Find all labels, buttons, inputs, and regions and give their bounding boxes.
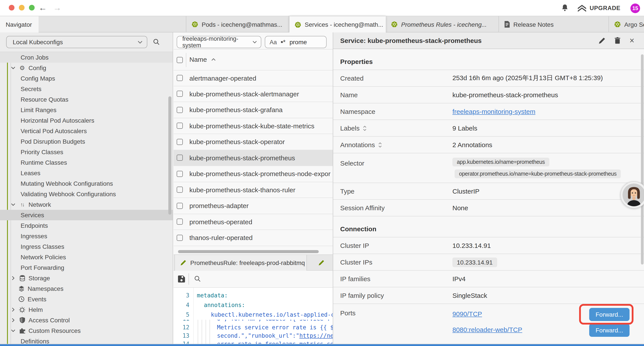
table-row[interactable]: prometheus-operated	[174, 214, 333, 230]
sidebar-item-mutating-webhook-configurations[interactable]: Mutating Webhook Configurations	[0, 178, 173, 189]
row-checkbox[interactable]	[177, 75, 183, 81]
name-column-header[interactable]: Name	[190, 56, 207, 63]
sidebar-item-leases[interactable]: Leases	[0, 168, 173, 178]
notification-badge[interactable]: 15	[630, 3, 640, 13]
row-checkbox[interactable]	[177, 139, 183, 145]
delete-icon[interactable]	[615, 37, 620, 44]
detail-header: Service: kube-prometheus-stack-prometheu…	[333, 32, 644, 49]
sidebar-item-events[interactable]: Events	[0, 294, 173, 304]
sidebar-item-access-control[interactable]: Access Control	[0, 315, 173, 326]
sidebar-item-endpoints[interactable]: Endpoints	[0, 220, 173, 231]
row-checkbox[interactable]	[177, 203, 183, 209]
row-checkbox[interactable]	[177, 123, 183, 129]
sidebar-item-network-policies[interactable]: Network Policies	[0, 252, 173, 262]
tab-prometheus-rules[interactable]: Prometheus Rules - icecheng...	[386, 16, 499, 32]
table-row[interactable]: kube-prometheus-stack-alertmanager	[174, 86, 333, 102]
expand-collapse-icon[interactable]	[363, 125, 366, 131]
expand-collapse-icon[interactable]	[378, 142, 382, 147]
row-checkbox[interactable]	[177, 155, 183, 161]
tab-release-notes[interactable]: Release Notes	[499, 16, 609, 32]
bell-icon[interactable]	[561, 4, 568, 12]
namespace-filter-dropdown[interactable]: freeleaps-monitoring-system	[177, 36, 261, 48]
sidebar-item-custom-resources[interactable]: Custom Resources	[0, 326, 173, 336]
table-row[interactable]: prometheus-adapter	[174, 198, 333, 214]
sidebar-item-config-maps[interactable]: Config Maps	[0, 73, 173, 84]
sidebar-item-storage[interactable]: Storage	[0, 273, 173, 283]
sidebar-item-validating-webhook-configurations[interactable]: Validating Webhook Configurations	[0, 189, 173, 199]
forward-arrow-icon[interactable]: →	[53, 2, 62, 13]
tab-label: Release Notes	[513, 21, 554, 28]
minimize-window-button[interactable]	[19, 5, 24, 10]
code-line: 5 kubectl.kubernetes.io/last-applied-co	[174, 310, 333, 320]
sidebar-item-definitions[interactable]: Definitions	[0, 336, 173, 344]
table-row[interactable]: thanos-ruler-operated	[174, 230, 333, 246]
match-case-icon[interactable]: Aa	[270, 39, 277, 45]
row-checkbox[interactable]	[177, 235, 183, 241]
row-checkbox[interactable]	[177, 187, 183, 193]
table-row[interactable]: kube-prometheus-stack-operator	[174, 134, 333, 150]
table-row-selected[interactable]: kube-prometheus-stack-prometheus	[174, 150, 333, 166]
connection-row-cluster-ips: Cluster IPs 10.233.14.91	[333, 254, 644, 271]
editor-tab-prometheusrule[interactable]: PrometheusRule: freeleaps-prod-rabbitmq	[174, 255, 307, 271]
table-row[interactable]: alertmanager-operated	[174, 70, 333, 86]
edit-icon[interactable]	[598, 37, 606, 44]
upgrade-button[interactable]: UPGRADE	[578, 0, 620, 16]
sidebar-item-ingresses[interactable]: Ingresses	[0, 231, 173, 241]
tab-pods[interactable]: Pods - icecheng@mathmas...	[186, 16, 289, 32]
tab-argo[interactable]: Argo Se	[609, 16, 644, 32]
sidebar-item-resource-quotas[interactable]: Resource Quotas	[0, 94, 173, 105]
row-checkbox[interactable]	[177, 91, 183, 97]
sidebar-scrollbar[interactable]	[168, 96, 172, 215]
row-checkbox[interactable]	[177, 107, 183, 113]
sidebar-item-secrets[interactable]: Secrets	[0, 84, 173, 94]
kubeconfig-selector[interactable]: Local Kubeconfigs	[6, 36, 147, 48]
table-row[interactable]: kube-prometheus-stack-prometheus-node-ex…	[174, 166, 333, 182]
navigator-tab[interactable]: Navigator	[0, 16, 38, 33]
sidebar-item-config[interactable]: ⚙ Config	[0, 63, 173, 73]
editor-tab-partial[interactable]	[318, 255, 333, 271]
sidebar-item-helm[interactable]: Helm	[0, 304, 173, 315]
regex-icon[interactable]: *	[281, 40, 286, 44]
select-all-checkbox[interactable]	[177, 57, 183, 63]
resource-tree: Cron Jobs ⚙ Config Config Maps Secrets R…	[0, 52, 173, 344]
sidebar-item-services[interactable]: Services	[0, 210, 173, 220]
save-icon[interactable]	[178, 276, 185, 283]
close-icon[interactable]: ×	[630, 36, 634, 45]
horizontal-scrollbar[interactable]	[178, 250, 319, 253]
avatar[interactable]	[620, 181, 644, 209]
close-window-button[interactable]	[9, 5, 14, 10]
table-row[interactable]: kube-prometheus-stack-grafana	[174, 102, 333, 118]
upgrade-label: UPGRADE	[590, 5, 620, 11]
sidebar-item-runtime-classes[interactable]: Runtime Classes	[0, 157, 173, 168]
port-link-9090[interactable]: 9090/TCP	[452, 310, 482, 318]
search-icon[interactable]	[153, 38, 160, 45]
sidebar-item-cron-jobs[interactable]: Cron Jobs	[0, 52, 173, 63]
sidebar-item-priority-classes[interactable]: Priority Classes	[0, 147, 173, 157]
forward-button[interactable]: Forward...	[589, 324, 630, 337]
namespace-link[interactable]: freeleaps-monitoring-system	[452, 108, 536, 115]
yaml-editor[interactable]: 3 metadata: 4 annotations: 5 kubectl.kub…	[174, 287, 333, 344]
property-row-session-affinity: Session Affinity None	[333, 200, 644, 216]
port-link-8080[interactable]: 8080:reloader-web/TCP	[452, 326, 522, 333]
sidebar-item-vertical-pod-autoscalers[interactable]: Vertical Pod Autoscalers	[0, 126, 173, 136]
sort-ascending-icon[interactable]	[211, 58, 216, 61]
row-checkbox[interactable]	[177, 219, 183, 225]
search-input[interactable]: Aa * prome	[265, 36, 326, 48]
maximize-window-button[interactable]	[29, 5, 35, 10]
layers-icon	[18, 286, 25, 292]
sidebar-item-horizontal-pod-autoscalers[interactable]: Horizontal Pod Autoscalers	[0, 115, 173, 126]
tab-services[interactable]: Services - icecheng@math... ×	[289, 16, 386, 33]
sidebar-item-limit-ranges[interactable]: Limit Ranges	[0, 105, 173, 115]
property-row-annotations: Annotations 2 Annotations	[333, 137, 644, 153]
sidebar-item-ingress-classes[interactable]: Ingress Classes	[0, 241, 173, 252]
search-icon[interactable]	[194, 276, 201, 282]
sidebar-item-namespaces[interactable]: Namespaces	[0, 283, 173, 294]
detail-scrollbar[interactable]	[641, 54, 644, 265]
sidebar-item-port-forwarding[interactable]: Port Forwarding	[0, 262, 173, 273]
back-arrow-icon[interactable]: ←	[38, 2, 47, 13]
sidebar-item-pod-disruption-budgets[interactable]: Pod Disruption Budgets	[0, 136, 173, 147]
row-checkbox[interactable]	[177, 171, 183, 177]
table-row[interactable]: kube-prometheus-stack-kube-state-metrics	[174, 118, 333, 134]
sidebar-item-network[interactable]: ↑↓ Network	[0, 199, 173, 210]
table-row[interactable]: kube-prometheus-stack-thanos-ruler	[174, 182, 333, 198]
